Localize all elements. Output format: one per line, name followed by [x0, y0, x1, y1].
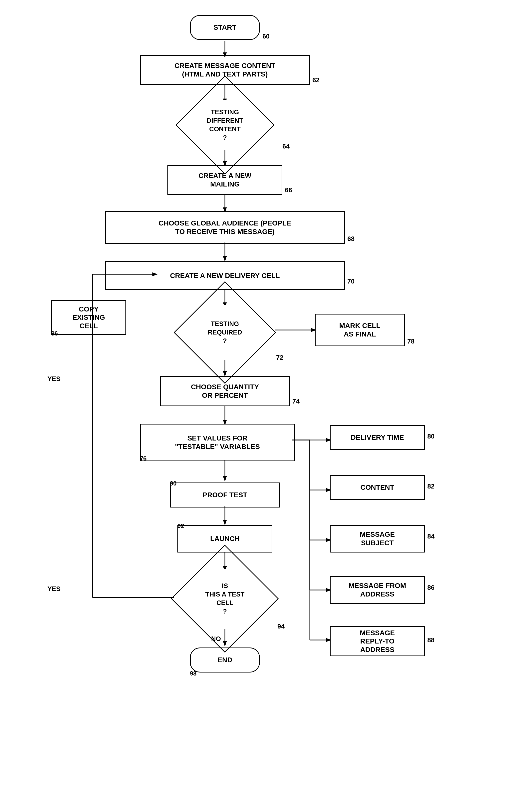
testing-required-label: TESTING REQUIRED ?: [208, 320, 242, 345]
create-delivery-ref: 70: [347, 277, 355, 285]
testing-required-ref: 72: [276, 354, 283, 362]
start-label: START: [213, 23, 236, 32]
copy-existing-ref: 96: [51, 330, 58, 337]
message-reply-label: MESSAGE REPLY-TO ADDRESS: [360, 629, 395, 654]
end-node: END: [190, 647, 260, 672]
testing-diff-ref: 64: [282, 143, 290, 150]
mark-cell-label: MARK CELL AS FINAL: [339, 321, 381, 338]
mark-cell-final-node: MARK CELL AS FINAL: [315, 314, 405, 346]
set-values-label: SET VALUES FOR "TESTABLE" VARIABLES: [175, 434, 260, 451]
message-subject-ref: 84: [427, 533, 435, 540]
message-from-ref: 86: [427, 584, 435, 591]
content-ref: 82: [427, 482, 435, 490]
choose-global-node: CHOOSE GLOBAL AUDIENCE (PEOPLE TO RECEIV…: [105, 211, 345, 244]
svg-marker-9: [223, 256, 227, 261]
content-label: CONTENT: [360, 483, 394, 492]
content-node: CONTENT: [330, 475, 425, 500]
testing-diff-content-node: TESTING DIFFERENT CONTENT ?: [170, 100, 280, 150]
choose-global-label: CHOOSE GLOBAL AUDIENCE (PEOPLE TO RECEIV…: [159, 219, 291, 236]
launch-label: LAUNCH: [210, 535, 240, 543]
delivery-time-label: DELIVERY TIME: [350, 433, 404, 442]
no-label: NO: [211, 635, 221, 643]
choose-quantity-node: CHOOSE QUANTITY OR PERCENT: [160, 376, 290, 406]
create-mailing-ref: 66: [285, 186, 292, 194]
choose-quantity-label: CHOOSE QUANTITY OR PERCENT: [191, 383, 259, 400]
delivery-time-ref: 80: [427, 432, 435, 440]
end-label: END: [217, 656, 232, 664]
yes-label-2: YES: [48, 375, 60, 383]
svg-marker-17: [223, 476, 227, 481]
message-subject-node: MESSAGE SUBJECT: [330, 525, 425, 553]
set-values-ref: 76: [140, 455, 147, 462]
yes-label-1: YES: [48, 585, 60, 593]
copy-existing-label: COPY EXISTING CELL: [73, 305, 105, 330]
create-mailing-label: CREATE A NEW MAILING: [198, 171, 251, 188]
is-test-cell-ref: 94: [278, 623, 285, 630]
message-from-node: MESSAGE FROM ADDRESS: [330, 576, 425, 604]
launch-ref: 92: [177, 522, 184, 530]
proof-test-label: PROOF TEST: [203, 491, 247, 499]
message-reply-node: MESSAGE REPLY-TO ADDRESS: [330, 626, 425, 656]
choose-global-ref: 68: [347, 235, 355, 243]
choose-quantity-ref: 74: [292, 398, 300, 405]
start-ref: 60: [262, 33, 270, 40]
flowchart: START 60 CREATE MESSAGE CONTENT (HTML AN…: [0, 0, 532, 793]
delivery-time-node: DELIVERY TIME: [330, 425, 425, 450]
set-values-node: SET VALUES FOR "TESTABLE" VARIABLES: [140, 424, 295, 461]
copy-existing-node: COPY EXISTING CELL: [51, 300, 126, 335]
testing-diff-label: TESTING DIFFERENT CONTENT ?: [207, 108, 243, 142]
create-message-ref: 62: [312, 76, 320, 84]
create-mailing-node: CREATE A NEW MAILING: [167, 165, 282, 195]
create-delivery-label: CREATE A NEW DELIVERY CELL: [170, 272, 280, 280]
start-node: START: [190, 15, 260, 40]
testing-required-node: TESTING REQUIRED ?: [175, 305, 275, 360]
end-ref: 98: [190, 670, 197, 677]
svg-marker-19: [223, 520, 227, 525]
mark-cell-ref: 78: [407, 337, 415, 345]
message-subject-label: MESSAGE SUBJECT: [360, 530, 395, 547]
message-from-label: MESSAGE FROM ADDRESS: [348, 582, 406, 598]
proof-test-ref: 90: [170, 480, 177, 487]
proof-test-node: PROOF TEST: [170, 482, 280, 508]
message-reply-ref: 88: [427, 636, 435, 644]
is-test-cell-node: IS THIS A TEST CELL ?: [174, 569, 276, 629]
is-test-cell-label: IS THIS A TEST CELL ?: [205, 582, 245, 615]
